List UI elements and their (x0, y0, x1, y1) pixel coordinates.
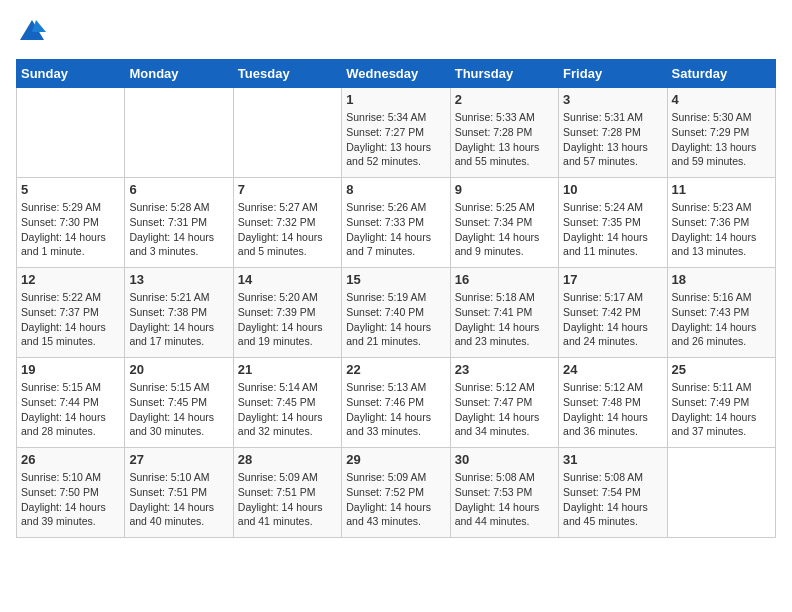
day-info: Sunrise: 5:17 AMSunset: 7:42 PMDaylight:… (563, 290, 662, 349)
calendar-table: SundayMondayTuesdayWednesdayThursdayFrid… (16, 59, 776, 538)
day-info: Sunrise: 5:10 AMSunset: 7:50 PMDaylight:… (21, 470, 120, 529)
day-info: Sunrise: 5:25 AMSunset: 7:34 PMDaylight:… (455, 200, 554, 259)
calendar-cell (233, 88, 341, 178)
day-info: Sunrise: 5:15 AMSunset: 7:44 PMDaylight:… (21, 380, 120, 439)
day-number: 21 (238, 362, 337, 377)
day-number: 25 (672, 362, 771, 377)
day-number: 15 (346, 272, 445, 287)
calendar-cell: 26Sunrise: 5:10 AMSunset: 7:50 PMDayligh… (17, 448, 125, 538)
day-info: Sunrise: 5:09 AMSunset: 7:51 PMDaylight:… (238, 470, 337, 529)
day-number: 29 (346, 452, 445, 467)
calendar-cell: 4Sunrise: 5:30 AMSunset: 7:29 PMDaylight… (667, 88, 775, 178)
header-saturday: Saturday (667, 60, 775, 88)
header-tuesday: Tuesday (233, 60, 341, 88)
day-info: Sunrise: 5:16 AMSunset: 7:43 PMDaylight:… (672, 290, 771, 349)
day-info: Sunrise: 5:15 AMSunset: 7:45 PMDaylight:… (129, 380, 228, 439)
day-info: Sunrise: 5:09 AMSunset: 7:52 PMDaylight:… (346, 470, 445, 529)
day-number: 16 (455, 272, 554, 287)
day-info: Sunrise: 5:21 AMSunset: 7:38 PMDaylight:… (129, 290, 228, 349)
logo-icon (18, 16, 46, 44)
day-number: 8 (346, 182, 445, 197)
day-number: 11 (672, 182, 771, 197)
calendar-cell: 9Sunrise: 5:25 AMSunset: 7:34 PMDaylight… (450, 178, 558, 268)
day-number: 30 (455, 452, 554, 467)
day-info: Sunrise: 5:26 AMSunset: 7:33 PMDaylight:… (346, 200, 445, 259)
day-number: 14 (238, 272, 337, 287)
svg-marker-1 (32, 20, 46, 32)
day-number: 7 (238, 182, 337, 197)
calendar-cell: 6Sunrise: 5:28 AMSunset: 7:31 PMDaylight… (125, 178, 233, 268)
day-info: Sunrise: 5:19 AMSunset: 7:40 PMDaylight:… (346, 290, 445, 349)
calendar-cell: 18Sunrise: 5:16 AMSunset: 7:43 PMDayligh… (667, 268, 775, 358)
calendar-cell: 31Sunrise: 5:08 AMSunset: 7:54 PMDayligh… (559, 448, 667, 538)
calendar-cell (17, 88, 125, 178)
calendar-cell: 30Sunrise: 5:08 AMSunset: 7:53 PMDayligh… (450, 448, 558, 538)
day-number: 23 (455, 362, 554, 377)
week-row-2: 5Sunrise: 5:29 AMSunset: 7:30 PMDaylight… (17, 178, 776, 268)
day-number: 18 (672, 272, 771, 287)
day-number: 2 (455, 92, 554, 107)
day-number: 9 (455, 182, 554, 197)
calendar-cell: 17Sunrise: 5:17 AMSunset: 7:42 PMDayligh… (559, 268, 667, 358)
day-number: 24 (563, 362, 662, 377)
header-sunday: Sunday (17, 60, 125, 88)
week-row-3: 12Sunrise: 5:22 AMSunset: 7:37 PMDayligh… (17, 268, 776, 358)
calendar-header-row: SundayMondayTuesdayWednesdayThursdayFrid… (17, 60, 776, 88)
day-number: 10 (563, 182, 662, 197)
day-number: 5 (21, 182, 120, 197)
day-number: 13 (129, 272, 228, 287)
day-info: Sunrise: 5:13 AMSunset: 7:46 PMDaylight:… (346, 380, 445, 439)
day-info: Sunrise: 5:20 AMSunset: 7:39 PMDaylight:… (238, 290, 337, 349)
calendar-cell: 8Sunrise: 5:26 AMSunset: 7:33 PMDaylight… (342, 178, 450, 268)
calendar-cell: 27Sunrise: 5:10 AMSunset: 7:51 PMDayligh… (125, 448, 233, 538)
logo (16, 16, 46, 49)
day-info: Sunrise: 5:31 AMSunset: 7:28 PMDaylight:… (563, 110, 662, 169)
day-info: Sunrise: 5:18 AMSunset: 7:41 PMDaylight:… (455, 290, 554, 349)
day-info: Sunrise: 5:10 AMSunset: 7:51 PMDaylight:… (129, 470, 228, 529)
week-row-1: 1Sunrise: 5:34 AMSunset: 7:27 PMDaylight… (17, 88, 776, 178)
calendar-cell (667, 448, 775, 538)
day-info: Sunrise: 5:12 AMSunset: 7:48 PMDaylight:… (563, 380, 662, 439)
calendar-cell: 11Sunrise: 5:23 AMSunset: 7:36 PMDayligh… (667, 178, 775, 268)
day-info: Sunrise: 5:30 AMSunset: 7:29 PMDaylight:… (672, 110, 771, 169)
calendar-cell: 25Sunrise: 5:11 AMSunset: 7:49 PMDayligh… (667, 358, 775, 448)
day-number: 19 (21, 362, 120, 377)
calendar-cell: 16Sunrise: 5:18 AMSunset: 7:41 PMDayligh… (450, 268, 558, 358)
day-number: 4 (672, 92, 771, 107)
header-friday: Friday (559, 60, 667, 88)
day-number: 12 (21, 272, 120, 287)
day-info: Sunrise: 5:27 AMSunset: 7:32 PMDaylight:… (238, 200, 337, 259)
day-number: 17 (563, 272, 662, 287)
header-wednesday: Wednesday (342, 60, 450, 88)
day-info: Sunrise: 5:08 AMSunset: 7:53 PMDaylight:… (455, 470, 554, 529)
day-info: Sunrise: 5:34 AMSunset: 7:27 PMDaylight:… (346, 110, 445, 169)
calendar-cell: 5Sunrise: 5:29 AMSunset: 7:30 PMDaylight… (17, 178, 125, 268)
page-header (16, 16, 776, 49)
day-info: Sunrise: 5:29 AMSunset: 7:30 PMDaylight:… (21, 200, 120, 259)
calendar-cell (125, 88, 233, 178)
day-info: Sunrise: 5:14 AMSunset: 7:45 PMDaylight:… (238, 380, 337, 439)
calendar-cell: 12Sunrise: 5:22 AMSunset: 7:37 PMDayligh… (17, 268, 125, 358)
day-info: Sunrise: 5:33 AMSunset: 7:28 PMDaylight:… (455, 110, 554, 169)
header-thursday: Thursday (450, 60, 558, 88)
calendar-cell: 19Sunrise: 5:15 AMSunset: 7:44 PMDayligh… (17, 358, 125, 448)
day-number: 27 (129, 452, 228, 467)
calendar-cell: 13Sunrise: 5:21 AMSunset: 7:38 PMDayligh… (125, 268, 233, 358)
day-info: Sunrise: 5:24 AMSunset: 7:35 PMDaylight:… (563, 200, 662, 259)
calendar-cell: 10Sunrise: 5:24 AMSunset: 7:35 PMDayligh… (559, 178, 667, 268)
day-number: 31 (563, 452, 662, 467)
calendar-cell: 21Sunrise: 5:14 AMSunset: 7:45 PMDayligh… (233, 358, 341, 448)
day-number: 1 (346, 92, 445, 107)
week-row-5: 26Sunrise: 5:10 AMSunset: 7:50 PMDayligh… (17, 448, 776, 538)
calendar-cell: 2Sunrise: 5:33 AMSunset: 7:28 PMDaylight… (450, 88, 558, 178)
day-info: Sunrise: 5:12 AMSunset: 7:47 PMDaylight:… (455, 380, 554, 439)
calendar-cell: 20Sunrise: 5:15 AMSunset: 7:45 PMDayligh… (125, 358, 233, 448)
calendar-cell: 15Sunrise: 5:19 AMSunset: 7:40 PMDayligh… (342, 268, 450, 358)
calendar-cell: 29Sunrise: 5:09 AMSunset: 7:52 PMDayligh… (342, 448, 450, 538)
day-info: Sunrise: 5:11 AMSunset: 7:49 PMDaylight:… (672, 380, 771, 439)
calendar-cell: 24Sunrise: 5:12 AMSunset: 7:48 PMDayligh… (559, 358, 667, 448)
day-number: 26 (21, 452, 120, 467)
day-number: 28 (238, 452, 337, 467)
calendar-cell: 1Sunrise: 5:34 AMSunset: 7:27 PMDaylight… (342, 88, 450, 178)
calendar-cell: 22Sunrise: 5:13 AMSunset: 7:46 PMDayligh… (342, 358, 450, 448)
